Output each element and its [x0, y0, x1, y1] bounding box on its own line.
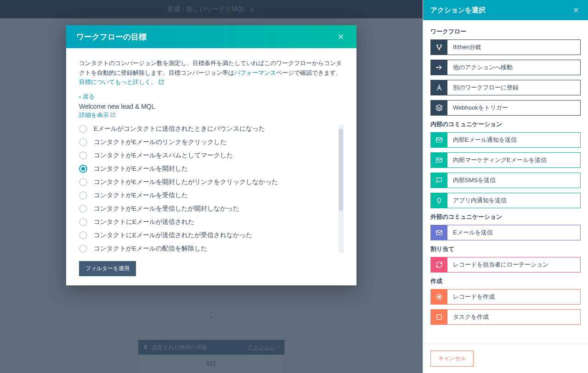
- action-label: If/then分岐: [447, 40, 580, 55]
- action-label: 内部Eメール通知を送信: [447, 133, 580, 147]
- radio-icon: [79, 151, 87, 160]
- goal-option[interactable]: コンタクトがEメールを開封した: [79, 165, 339, 173]
- svg-point-3: [436, 67, 437, 68]
- action-label: Eメールを送信: [447, 225, 580, 240]
- modal-overlay: ワークフローの目標 コンタクトのコンバージョン数を測定し、目標条件を満たしていれ…: [0, 0, 423, 373]
- radio-icon: [79, 191, 87, 200]
- apply-filter-button[interactable]: フィルターを適用: [79, 261, 136, 276]
- goal-option-label: Eメールがコンタクトに送信されたときにバウンスになった: [94, 125, 265, 133]
- mail-icon: [431, 153, 447, 167]
- webhook-icon: [431, 100, 447, 115]
- goal-option[interactable]: コンタクトがEメールをスパムとしてマークした: [79, 151, 339, 160]
- radio-icon: [79, 165, 87, 173]
- radio-icon: [79, 245, 87, 253]
- goal-option-label: コンタクトがEメールをスパムとしてマークした: [94, 151, 233, 160]
- action-label: 内部マーケティングEメールを送信: [447, 153, 580, 167]
- goal-option[interactable]: Eメールがコンタクトに送信されたときにバウンスになった: [79, 125, 339, 133]
- goal-option-label: コンタクトがEメールを受信したが開封しなかった: [94, 205, 239, 213]
- action-item[interactable]: アプリ内通知を送信: [430, 193, 581, 208]
- panel-title: アクションを選択: [430, 6, 571, 15]
- goal-option-label: コンタクトにEメールが送信された: [94, 218, 194, 226]
- workflow-name: Welcome new lead & MQL: [79, 103, 344, 110]
- goal-option[interactable]: コンタクトにEメールが送信されたが受信されなかった: [79, 231, 339, 239]
- section-title: 作成: [430, 277, 581, 285]
- radio-icon: [79, 125, 87, 133]
- goal-option[interactable]: コンタクトがEメールの配信を解除した: [79, 245, 339, 253]
- action-item[interactable]: If/then分岐: [430, 39, 581, 55]
- goal-options-list: Eメールがコンタクトに送信されたときにバウンスになったコンタクトがEメールのリン…: [79, 125, 344, 253]
- learn-more-link[interactable]: 目標についてもっと詳しく。: [79, 78, 164, 86]
- action-item[interactable]: 内部Eメール通知を送信: [430, 132, 581, 148]
- action-item[interactable]: 内部マーケティングEメールを送信: [430, 152, 581, 168]
- radio-icon: [79, 138, 87, 146]
- radio-icon: [79, 205, 87, 213]
- goto-icon: [431, 60, 447, 75]
- section-title: ワークフロー: [430, 28, 581, 36]
- section-title: 割り当て: [430, 245, 581, 253]
- goal-option[interactable]: コンタクトにEメールが送信された: [79, 218, 339, 226]
- close-icon[interactable]: [571, 6, 581, 15]
- show-details-link[interactable]: 詳細を表示: [79, 111, 115, 119]
- action-item[interactable]: レコードを担当者にローテーション: [430, 257, 581, 273]
- rotate-icon: [431, 257, 447, 272]
- action-label: 他のアクションへ移動: [447, 60, 580, 75]
- svg-point-4: [438, 87, 440, 89]
- modal-description: コンタクトのコンバージョン数を測定し、目標条件を満たしていればこのワークフローか…: [79, 58, 344, 78]
- action-label: アプリ内通知を送信: [447, 193, 580, 208]
- goal-option-label: コンタクトがEメールを開封した: [94, 165, 188, 173]
- goal-option[interactable]: コンタクトがEメールを受信したが開封しなかった: [79, 205, 339, 213]
- goal-modal: ワークフローの目標 コンタクトのコンバージョン数を測定し、目標条件を満たしていれ…: [66, 25, 356, 285]
- action-item[interactable]: Eメールを送信: [430, 225, 581, 240]
- close-icon[interactable]: [335, 31, 346, 42]
- radio-icon: [79, 231, 87, 239]
- performance-link[interactable]: パフォーマンス: [234, 69, 276, 76]
- scrollbar-thumb[interactable]: [339, 128, 343, 211]
- action-item[interactable]: 他のアクションへ移動: [430, 60, 581, 75]
- mail-icon: [431, 133, 447, 147]
- branch-icon: [431, 40, 447, 55]
- bell-icon: [431, 193, 447, 208]
- panel-header: アクションを選択: [423, 0, 588, 20]
- action-label: タスクを作成: [447, 310, 580, 324]
- section-title: 内部のコミュニケーション: [430, 120, 581, 128]
- task-icon: [431, 310, 447, 324]
- goal-option-label: コンタクトがEメールを開封したがリンクをクリックしなかった: [94, 178, 278, 186]
- radio-icon: [79, 178, 87, 186]
- goal-option-label: コンタクトにEメールが送信されたが受信されなかった: [94, 231, 252, 239]
- enroll-icon: [431, 80, 447, 95]
- action-panel: アクションを選択 ワークフローIf/then分岐他のアクションへ移動別のワークフ…: [423, 0, 588, 373]
- goal-option-label: コンタクトがEメールの配信を解除した: [94, 245, 207, 253]
- mail-icon: [431, 225, 447, 240]
- action-label: 内部SMSを送信: [447, 173, 580, 188]
- cancel-button[interactable]: キャンセル: [430, 351, 474, 367]
- goal-option[interactable]: コンタクトがEメールを受信した: [79, 191, 339, 200]
- action-item[interactable]: レコードを作成: [430, 289, 581, 305]
- action-item[interactable]: 別のワークフローに登録: [430, 80, 581, 95]
- record-icon: [431, 289, 447, 304]
- action-label: Webhookをトリガー: [447, 100, 580, 115]
- modal-title: ワークフローの目標: [76, 32, 335, 42]
- action-item[interactable]: タスクを作成: [430, 309, 581, 325]
- goal-option[interactable]: コンタクトがEメールを開封したがリンクをクリックしなかった: [79, 178, 339, 186]
- action-item[interactable]: Webhookをトリガー: [430, 100, 581, 116]
- goal-option-label: コンタクトがEメールのリンクをクリックした: [94, 138, 226, 146]
- action-item[interactable]: 内部SMSを送信: [430, 173, 581, 188]
- goal-option[interactable]: コンタクトがEメールのリンクをクリックした: [79, 138, 339, 146]
- action-label: レコードを作成: [447, 289, 580, 304]
- action-label: レコードを担当者にローテーション: [447, 257, 580, 272]
- modal-header: ワークフローの目標: [66, 25, 356, 48]
- back-link[interactable]: ‹ 戻る: [79, 93, 344, 101]
- svg-point-9: [438, 296, 440, 298]
- action-label: 別のワークフローに登録: [447, 80, 580, 95]
- svg-rect-10: [437, 315, 442, 320]
- radio-icon: [79, 218, 87, 226]
- section-title: 外部のコミュニケーション: [430, 213, 581, 221]
- sms-icon: [431, 173, 447, 188]
- goal-option-label: コンタクトがEメールを受信した: [94, 191, 188, 200]
